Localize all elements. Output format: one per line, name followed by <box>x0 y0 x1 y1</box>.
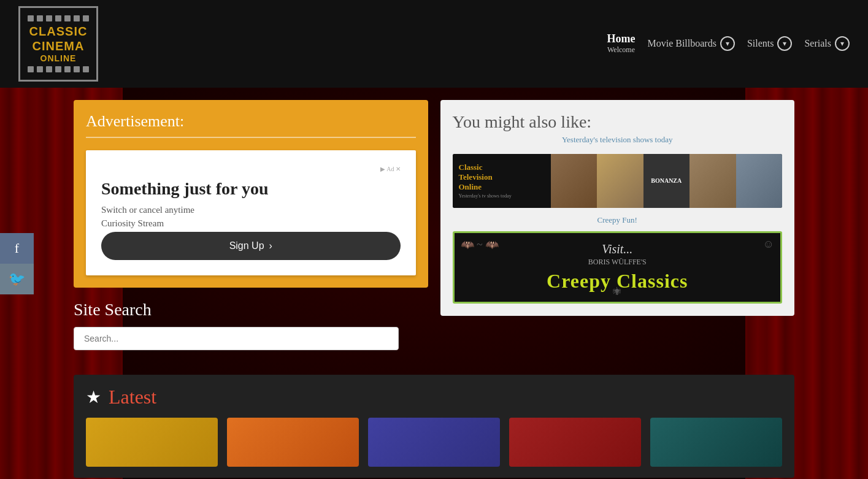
latest-header: ★ Latest <box>86 386 782 408</box>
site-search: Site Search <box>74 300 428 362</box>
adchoice-label: ▶ Ad ✕ <box>380 166 400 172</box>
dot <box>46 66 52 72</box>
creepy-author: BORIS WÜLFFE'S <box>467 258 769 267</box>
dot <box>28 15 34 21</box>
silents-label: Silents <box>747 38 774 49</box>
smile-icon: ☺ <box>763 238 774 251</box>
logo-filmstrip: CLASSIC CINEMA ONLINE <box>28 13 89 75</box>
chevron-down-icon: ▾ <box>835 36 850 51</box>
you-might-box: You might also like: Yesterday's televis… <box>440 100 795 316</box>
header: CLASSIC CINEMA ONLINE Home Welcome Movie… <box>0 0 868 88</box>
dot <box>46 15 52 21</box>
dot <box>37 15 43 21</box>
chevron-down-icon: ▾ <box>720 36 735 51</box>
you-might-heading: You might also like: <box>453 112 783 132</box>
tv-banner[interactable]: Classic Television Online Yesterday's tv… <box>453 154 783 208</box>
nav-serials[interactable]: Serials ▾ <box>804 36 850 51</box>
tv-thumb-4 <box>689 154 736 208</box>
television-link[interactable]: television <box>600 135 631 144</box>
logo-text: CLASSIC CINEMA ONLINE <box>29 24 88 64</box>
main-content: Advertisement: ▶ Ad ✕ Something just for… <box>0 88 868 375</box>
home-label: Home <box>607 33 635 45</box>
tv-thumb-3: BONANZA <box>643 154 690 208</box>
nav-movie-billboards[interactable]: Movie Billboards ▾ <box>647 36 734 51</box>
advertisement-heading: Advertisement: <box>86 112 416 138</box>
star-icon: ★ <box>86 387 101 407</box>
tv-thumb-2 <box>597 154 643 208</box>
latest-card-4[interactable] <box>509 418 641 467</box>
ad-inner-header: ▶ Ad ✕ <box>101 166 401 172</box>
latest-card-3[interactable] <box>368 418 500 467</box>
dot <box>83 15 89 21</box>
main-nav: Home Welcome Movie Billboards ▾ Silents … <box>607 33 850 55</box>
ad-headline: Something just for you <box>101 178 401 199</box>
tv-tagline: Yesterday's tv shows today <box>459 193 545 199</box>
creepy-visit-text: Visit... <box>467 242 769 256</box>
you-might-subtitle: Yesterday's television shows today <box>453 135 783 145</box>
dot <box>64 66 71 72</box>
dot <box>74 66 80 72</box>
dot <box>64 15 71 21</box>
bonanza-label: BONANZA <box>651 177 682 185</box>
movie-billboards-label: Movie Billboards <box>647 38 716 49</box>
ad-signup-button[interactable]: Sign Up › <box>101 232 401 260</box>
twitter-icon: 🐦 <box>9 271 25 287</box>
twitter-button[interactable]: 🐦 <box>0 264 34 294</box>
advertisement-box: Advertisement: ▶ Ad ✕ Something just for… <box>74 100 428 288</box>
latest-heading: Latest <box>109 386 156 408</box>
ad-inner: ▶ Ad ✕ Something just for you Switch or … <box>86 150 416 276</box>
arrow-icon: › <box>269 240 272 251</box>
nav-silents[interactable]: Silents ▾ <box>747 36 793 51</box>
creepy-label[interactable]: Creepy Fun! <box>453 215 783 225</box>
filmstrip-bottom <box>28 64 89 75</box>
ad-brand: Curiosity Stream <box>101 218 401 229</box>
tv-thumbnails: BONANZA <box>551 154 783 208</box>
spider-icon: 🕷 <box>613 287 621 297</box>
dot <box>74 15 80 21</box>
dot <box>55 15 61 21</box>
tv-banner-logo: Classic Television Online Yesterday's tv… <box>453 154 551 208</box>
latest-card-1[interactable] <box>86 418 218 467</box>
serials-label: Serials <box>804 38 831 49</box>
welcome-label: Welcome <box>607 45 635 55</box>
social-sidebar: f 🐦 <box>0 233 34 294</box>
site-search-heading: Site Search <box>74 300 428 320</box>
chevron-down-icon: ▾ <box>777 36 792 51</box>
latest-section: ★ Latest <box>74 375 794 478</box>
facebook-button[interactable]: f <box>0 233 34 264</box>
logo[interactable]: CLASSIC CINEMA ONLINE <box>18 6 98 82</box>
signup-label: Sign Up <box>229 240 264 251</box>
dot <box>83 66 89 72</box>
facebook-icon: f <box>15 240 19 256</box>
creepy-classics-banner[interactable]: 🦇 ~ 🦇 ☺ Visit... BORIS WÜLFFE'S Creepy C… <box>453 231 783 304</box>
dot <box>28 66 34 72</box>
tv-thumb-5 <box>736 154 783 208</box>
dot <box>37 66 43 72</box>
latest-card-5[interactable] <box>650 418 782 467</box>
filmstrip-top <box>28 13 89 24</box>
right-column: You might also like: Yesterday's televis… <box>440 100 795 363</box>
bats-icon: 🦇 ~ 🦇 <box>461 238 499 251</box>
left-column: Advertisement: ▶ Ad ✕ Something just for… <box>74 100 428 363</box>
latest-cards <box>86 418 782 467</box>
dot <box>55 66 61 72</box>
tv-thumb-1 <box>551 154 597 208</box>
nav-home[interactable]: Home Welcome <box>607 33 635 55</box>
ad-body: Switch or cancel anytime <box>101 205 401 215</box>
latest-card-2[interactable] <box>227 418 359 467</box>
search-input[interactable] <box>74 327 399 350</box>
